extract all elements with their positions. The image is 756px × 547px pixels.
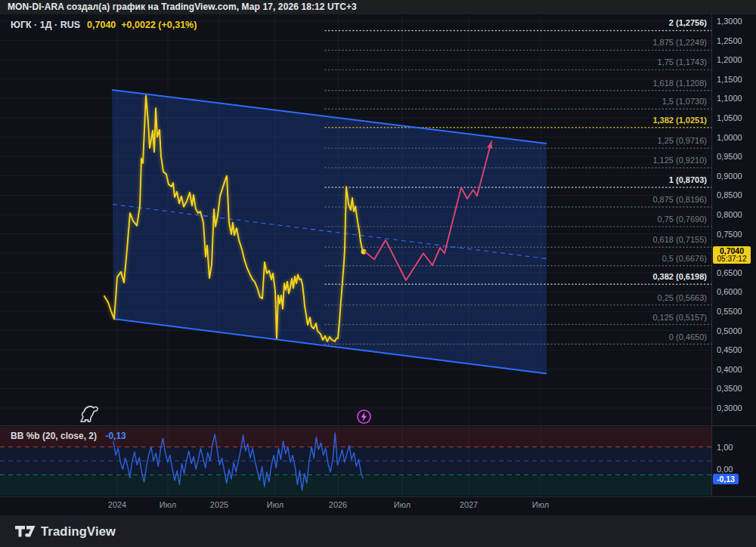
fib-level-label: 0,382 (0,6198) <box>652 272 707 282</box>
last-price-badge: 0,7040 05:37:12 <box>713 246 751 264</box>
indicator-value: -0,13 <box>105 431 125 441</box>
time-tick-label: Июл <box>394 500 411 509</box>
time-tick-label: Июл <box>160 500 176 509</box>
symbol-title[interactable]: ЮГК · 1Д · RUS <box>11 20 80 30</box>
tradingview-logo-icon[interactable] <box>15 526 36 537</box>
fib-level-label: 1,125 (0,9210) <box>652 156 707 165</box>
fib-level-label: 1,382 (1,0251) <box>652 116 707 125</box>
price-tick-label: 0,4500 <box>717 345 742 354</box>
price-tick-label: 0,3500 <box>717 384 742 393</box>
time-tick-label: Июл <box>532 500 549 509</box>
lightning-bolt-icon[interactable] <box>355 408 373 428</box>
price-tick-label: 1,2500 <box>717 36 742 45</box>
price-tick-label: 0,7500 <box>717 230 742 239</box>
scale-separator <box>711 14 712 497</box>
fib-level-label: 1,5 (1,0730) <box>662 97 707 107</box>
fib-level-label: 0,875 (0,8196) <box>652 195 707 205</box>
symbol-change: +0,0022 (+0,31%) <box>121 20 197 30</box>
fib-level-label: 0 (0,4650) <box>669 332 707 342</box>
fib-level-label: 1 (0,8703) <box>669 175 707 185</box>
symbol-last-price: 0,7040 <box>87 20 116 30</box>
price-tick-label: 1,3000 <box>717 17 742 26</box>
indicator-legend[interactable]: BB %b (20, close, 2) -0,13 <box>11 431 126 441</box>
time-tick-label: 2024 <box>108 500 126 509</box>
tradingview-logo-text[interactable]: TradingView <box>41 524 116 539</box>
price-tick-label: 0,9000 <box>717 172 742 181</box>
price-tick-label: 0,6000 <box>717 287 742 296</box>
price-tick-label: 0,3000 <box>717 403 742 413</box>
attribution-text: MON-DI-ARA создал(а) график на TradingVi… <box>8 2 357 12</box>
price-tick-label: 1,1500 <box>717 75 742 84</box>
snapshot-attribution[interactable]: MON-DI-ARA создал(а) график на TradingVi… <box>0 0 756 14</box>
price-tick-label: 1,1000 <box>717 94 742 103</box>
indicator-value-badge: -0,13 <box>713 474 739 484</box>
time-axis[interactable]: 2024Июл2025Июл2026Июл2027Июл <box>0 496 711 515</box>
symbol-legend[interactable]: ЮГК · 1Д · RUS0,7040+0,0022 (+0,31%) <box>11 20 197 30</box>
fib-level-label: 0,125 (0,5157) <box>652 313 707 323</box>
chart-canvas[interactable] <box>0 14 756 547</box>
fib-level-label: 1,875 (1,2249) <box>652 38 707 48</box>
price-tick-label: 0,5500 <box>717 307 742 316</box>
footer-bar: TradingView <box>0 515 756 547</box>
price-tick-label: 0,6500 <box>717 268 742 277</box>
time-tick-label: Июл <box>267 500 284 509</box>
time-tick-label: 2027 <box>460 500 478 509</box>
fib-level-label: 1,25 (0,9716) <box>658 136 707 146</box>
price-tick-label: 0,8500 <box>717 190 742 199</box>
countdown-timer: 05:37:12 <box>713 255 751 263</box>
price-tick-label: 1,0500 <box>717 113 742 122</box>
fib-level-label: 0,75 (0,7690) <box>658 215 707 224</box>
indicator-title[interactable]: BB %b (20, close, 2) <box>11 431 97 441</box>
dinosaur-icon[interactable] <box>78 403 102 428</box>
pane-separator[interactable] <box>0 425 756 426</box>
fib-level-label: 1,75 (1,1743) <box>658 57 707 67</box>
time-tick-label: 2025 <box>210 500 228 509</box>
price-tick-label: 0,9500 <box>717 152 742 161</box>
fib-level-label: 2 (1,2756) <box>669 18 707 28</box>
indicator-tick-label: 1,00 <box>717 443 733 452</box>
fib-level-label: 0,618 (0,7155) <box>652 235 707 245</box>
fib-level-label: 0,5 (0,6676) <box>662 254 707 264</box>
price-tick-label: 0,8000 <box>717 210 742 219</box>
price-tick-label: 1,0000 <box>717 133 742 142</box>
fib-level-label: 1,618 (1,1208) <box>652 79 707 88</box>
tradingview-snapshot: MON-DI-ARA создал(а) график на TradingVi… <box>0 0 756 547</box>
time-tick-label: 2026 <box>329 500 347 509</box>
indicator-tick-label: 0,00 <box>717 465 733 474</box>
axis-separator <box>0 496 756 497</box>
price-tick-label: 1,2000 <box>717 55 742 64</box>
price-tick-label: 0,4000 <box>717 365 742 374</box>
fib-level-label: 0,25 (0,5663) <box>658 293 707 303</box>
price-tick-label: 0,5000 <box>717 326 742 335</box>
